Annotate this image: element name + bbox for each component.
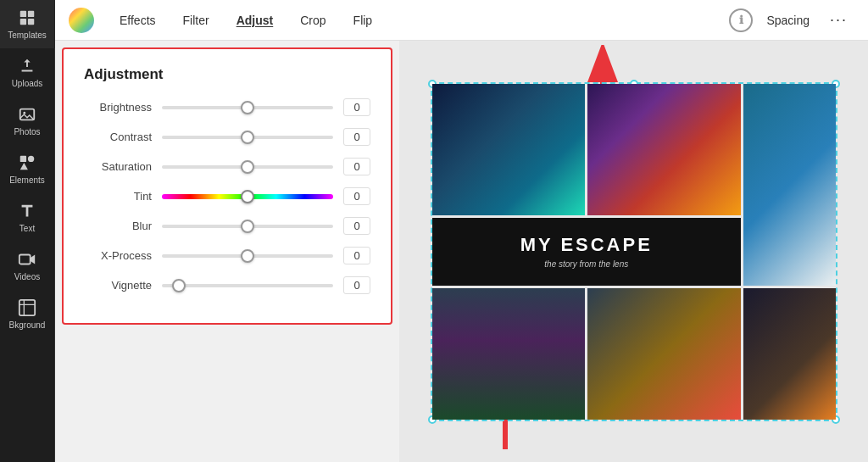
xprocess-label: X-Process — [84, 249, 152, 262]
vignette-value: 0 — [343, 276, 370, 294]
topbar-right: ℹ Spacing ··· — [729, 8, 854, 32]
crop-button[interactable]: Crop — [288, 8, 337, 32]
saturation-slider[interactable] — [162, 165, 333, 169]
escape-subtitle: the story from the lens — [544, 259, 628, 269]
filter-button[interactable]: Filter — [171, 8, 221, 32]
photo-grid-container: MY ESCAPE the story from the lens — [431, 82, 837, 421]
svg-point-5 — [23, 112, 25, 114]
sidebar-item-templates[interactable]: Templates — [0, 0, 55, 48]
contrast-row: Contrast 0 — [84, 128, 370, 146]
contrast-value: 0 — [343, 128, 370, 146]
brightness-slider[interactable] — [162, 106, 333, 109]
xprocess-thumb[interactable] — [241, 249, 254, 263]
vignette-label: Vignette — [84, 279, 152, 292]
tint-thumb[interactable] — [241, 190, 254, 203]
topbar: Effects Filter Adjust Crop Flip ℹ Spacin… — [55, 0, 868, 41]
photo-cell-4: MY ESCAPE the story from the lens — [432, 218, 742, 286]
background-icon — [18, 298, 36, 317]
svg-rect-2 — [20, 19, 26, 25]
contrast-slider[interactable] — [162, 136, 333, 139]
sidebar-item-photos[interactable]: Photos — [0, 97, 55, 145]
tint-label: Tint — [84, 190, 152, 203]
photo-cell-5 — [432, 288, 586, 420]
svg-rect-8 — [19, 255, 31, 264]
sidebar-item-text[interactable]: Text — [0, 193, 55, 242]
blur-thumb[interactable] — [241, 220, 254, 233]
svg-rect-1 — [28, 11, 34, 17]
svg-point-7 — [28, 156, 34, 162]
content-area: Adjustment Brightness 0 Contrast 0 Satur… — [55, 41, 868, 462]
brightness-row: Brightness 0 — [84, 98, 370, 116]
brightness-label: Brightness — [84, 101, 152, 114]
contrast-thumb[interactable] — [241, 131, 254, 144]
video-icon — [18, 250, 36, 269]
brightness-thumb[interactable] — [241, 101, 254, 114]
svg-rect-0 — [20, 11, 26, 17]
contrast-label: Contrast — [84, 131, 152, 143]
main-area: Effects Filter Adjust Crop Flip ℹ Spacin… — [55, 0, 868, 462]
svg-rect-6 — [20, 156, 26, 162]
grid-icon — [18, 8, 36, 27]
info-button[interactable]: ℹ — [729, 8, 753, 32]
xprocess-slider[interactable] — [162, 254, 333, 258]
sidebar: Templates Uploads Photos Elements Text V… — [0, 0, 55, 462]
blur-slider[interactable] — [162, 225, 333, 228]
blur-value: 0 — [343, 217, 370, 235]
tint-value: 0 — [343, 187, 370, 205]
flip-button[interactable]: Flip — [342, 8, 385, 32]
tint-row: Tint 0 — [84, 187, 370, 205]
adjustment-panel: Adjustment Brightness 0 Contrast 0 Satur… — [62, 47, 392, 325]
sidebar-item-uploads[interactable]: Uploads — [0, 48, 55, 97]
adjustment-title: Adjustment — [84, 66, 370, 83]
photo-cell-2 — [587, 84, 741, 215]
brightness-value: 0 — [343, 98, 370, 116]
vignette-row: Vignette 0 — [84, 276, 370, 294]
photo-cell-6 — [587, 288, 741, 420]
xprocess-row: X-Process 0 — [84, 247, 370, 264]
image-icon — [18, 105, 36, 124]
spacing-button[interactable]: Spacing — [760, 10, 816, 31]
saturation-row: Saturation 0 — [84, 158, 370, 175]
saturation-thumb[interactable] — [241, 160, 254, 174]
more-button[interactable]: ··· — [823, 8, 854, 32]
sidebar-item-elements[interactable]: Elements — [0, 145, 55, 193]
app-logo — [69, 8, 94, 33]
vignette-slider[interactable] — [162, 284, 333, 287]
escape-title: MY ESCAPE — [520, 234, 653, 256]
saturation-value: 0 — [343, 158, 370, 175]
upload-icon — [18, 57, 36, 75]
effects-button[interactable]: Effects — [108, 8, 168, 32]
photo-cell-3 — [743, 84, 835, 286]
canvas-area: MY ESCAPE the story from the lens — [399, 41, 868, 462]
sidebar-item-videos[interactable]: Videos — [0, 242, 55, 290]
tint-slider[interactable] — [162, 194, 333, 199]
sidebar-item-bkground[interactable]: Bkground — [0, 290, 55, 338]
photo-cell-1 — [432, 84, 586, 215]
text-icon — [18, 202, 36, 220]
blur-row: Blur 0 — [84, 217, 370, 235]
xprocess-value: 0 — [343, 247, 370, 264]
svg-rect-9 — [19, 300, 35, 315]
shapes-icon — [18, 153, 36, 172]
photo-cell-7 — [743, 288, 835, 420]
saturation-label: Saturation — [84, 160, 152, 173]
vignette-thumb[interactable] — [172, 279, 186, 292]
photo-grid: MY ESCAPE the story from the lens — [432, 84, 836, 420]
adjust-button[interactable]: Adjust — [225, 8, 286, 32]
blur-label: Blur — [84, 220, 152, 232]
svg-rect-3 — [28, 19, 34, 25]
